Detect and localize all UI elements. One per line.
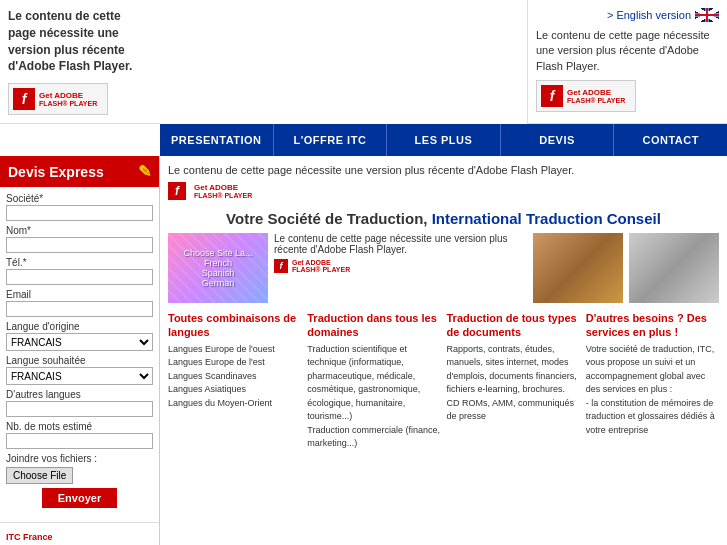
col-langues-text: Langues Europe de l'ouest Langues Europe… <box>168 343 301 411</box>
top-area: Le contenu de cette page nécessite une v… <box>0 0 727 124</box>
flash-text-content: Get ADOBE FLASH® PLAYER <box>194 183 252 199</box>
top-left-text: Le contenu de cette page nécessite une v… <box>8 8 152 75</box>
title-part1: Votre Société de Traduction, <box>226 210 427 227</box>
label-langue-origine: Langue d'origine <box>6 321 153 332</box>
form-row-langue-origine: Langue d'origine FRANCAIS ANGLAIS ESPAGN… <box>6 321 153 351</box>
flash-player-right: FLASH® PLAYER <box>567 97 625 104</box>
select-langue-souhaitee[interactable]: FRANCAIS ANGLAIS ESPAGNOL ALLEMAND <box>6 367 153 385</box>
f-small: f <box>280 261 283 271</box>
navbar: PRESENTATION L'OFFRE ITC LES PLUS DEVIS … <box>160 124 727 156</box>
flash-icon-right: f <box>541 85 563 107</box>
nav-contact[interactable]: CONTACT <box>614 124 727 156</box>
get-adobe-text: Get ADOBE <box>39 91 97 100</box>
flash-notice-text: Le contenu de cette page nécessite une v… <box>168 164 719 176</box>
input-nom[interactable] <box>6 237 153 253</box>
send-button[interactable]: Envoyer <box>42 488 117 508</box>
col-documents: Traduction de tous types de documents Ra… <box>447 311 580 451</box>
sidebar-contact: ITC France International Traduction Cons… <box>0 527 159 545</box>
col-services-text: Votre société de traduction, ITC, vous p… <box>586 343 719 438</box>
col-services-title: D'autres besoins ? Des services en plus … <box>586 311 719 340</box>
label-nom: Nom* <box>6 225 153 236</box>
flash-f-content: f <box>175 184 179 198</box>
nav-devis[interactable]: DEVIS <box>501 124 615 156</box>
label-langue-souhaitee: Langue souhaitée <box>6 355 153 366</box>
flash-small-center[interactable]: f Get ADOBE FLASH® PLAYER <box>274 259 527 273</box>
input-tel[interactable] <box>6 269 153 285</box>
input-nb-mots[interactable] <box>6 433 153 449</box>
col-services: D'autres besoins ? Des services en plus … <box>586 311 719 451</box>
col-langues-title: Toutes combinaisons de langues <box>168 311 301 340</box>
flash-f-right: f <box>550 88 555 104</box>
col-langues: Toutes combinaisons de langues Langues E… <box>168 311 301 451</box>
top-right: > English version Le contenu de cette pa… <box>527 0 727 124</box>
label-nb-mots: Nb. de mots estimé <box>6 421 153 432</box>
sidebar: Devis Express ✎ Société* Nom* Tél.* Emai… <box>0 156 160 545</box>
main-layout: Devis Express ✎ Société* Nom* Tél.* Emai… <box>0 156 727 545</box>
content-title: Votre Société de Traduction, Internation… <box>168 210 719 227</box>
player-content: FLASH® PLAYER <box>194 192 252 199</box>
form-row-file: Joindre vos fichiers : Choose File <box>6 453 153 484</box>
flash-icon-content: f <box>168 182 186 200</box>
uk-flag-icon <box>695 8 719 22</box>
input-societe[interactable] <box>6 205 153 221</box>
get-adobe-content: Get ADOBE <box>194 183 252 192</box>
label-societe: Société* <box>6 193 153 204</box>
english-link[interactable]: > English version <box>607 9 691 21</box>
form-row-societe: Société* <box>6 193 153 221</box>
form-row-nb-mots: Nb. de mots estimé <box>6 421 153 449</box>
col-domaines-text: Traduction scientifique et technique (in… <box>307 343 440 451</box>
form-row-autres-langues: D'autres langues <box>6 389 153 417</box>
choose-file-button[interactable]: Choose File <box>6 467 73 484</box>
content-image-right2 <box>629 233 719 303</box>
top-middle <box>160 0 527 124</box>
col-domaines-title: Traduction dans tous les domaines <box>307 311 440 340</box>
flash-badge-left[interactable]: f Get ADOBE FLASH® PLAYER <box>8 83 108 115</box>
select-langue-origine[interactable]: FRANCAIS ANGLAIS ESPAGNOL ALLEMAND <box>6 333 153 351</box>
sidebar-title-text: Devis Express <box>8 164 104 180</box>
input-autres-langues[interactable] <box>6 401 153 417</box>
content-image-left: Choose Site La...FrenchSpanishGerman <box>168 233 268 303</box>
col-documents-text: Rapports, contrats, études, manuels, sit… <box>447 343 580 424</box>
col-documents-title: Traduction de tous types de documents <box>447 311 580 340</box>
inner-flash-text: Le contenu de cette page nécessite une v… <box>274 233 527 255</box>
form-row-email: Email <box>6 289 153 317</box>
label-file: Joindre vos fichiers : <box>6 453 153 464</box>
col-domaines: Traduction dans tous les domaines Traduc… <box>307 311 440 451</box>
input-email[interactable] <box>6 301 153 317</box>
form-section: Société* Nom* Tél.* Email Langue d'origi… <box>0 187 159 518</box>
contact-itc-france[interactable]: ITC France <box>6 531 153 545</box>
flash-text-left: Get ADOBE FLASH® PLAYER <box>39 91 97 107</box>
nav-presentation[interactable]: PRESENTATION <box>160 124 274 156</box>
top-right-text: Le contenu de cette page nécessite une v… <box>536 28 719 74</box>
label-autres-langues: D'autres langues <box>6 389 153 400</box>
content-area: Le contenu de cette page nécessite une v… <box>160 156 727 545</box>
content-image-right1 <box>533 233 623 303</box>
bottom-columns: Toutes combinaisons de langues Langues E… <box>168 311 719 451</box>
get-adobe-right: Get ADOBE <box>567 88 625 97</box>
nav-offre[interactable]: L'OFFRE ITC <box>274 124 388 156</box>
top-left: Le contenu de cette page nécessite une v… <box>0 0 160 124</box>
flash-player-text: FLASH® PLAYER <box>39 100 97 107</box>
content-grid: Choose Site La...FrenchSpanishGerman Le … <box>168 233 719 303</box>
flash-f-letter: f <box>22 91 27 107</box>
form-row-langue-souhaitee: Langue souhaitée FRANCAIS ANGLAIS ESPAGN… <box>6 355 153 385</box>
form-row-nom: Nom* <box>6 225 153 253</box>
flash-text-right: Get ADOBE FLASH® PLAYER <box>567 88 625 104</box>
player-small: FLASH® PLAYER <box>292 266 350 273</box>
nav-plus[interactable]: LES PLUS <box>387 124 501 156</box>
edit-icon: ✎ <box>138 162 151 181</box>
get-adobe-small: Get ADOBE <box>292 259 350 266</box>
flash-badge-right[interactable]: f Get ADOBE FLASH® PLAYER <box>536 80 636 112</box>
flash-icon-left: f <box>13 88 35 110</box>
flash-small-labels: Get ADOBE FLASH® PLAYER <box>292 259 350 273</box>
flash-notice-box[interactable]: f Get ADOBE FLASH® PLAYER <box>168 182 719 200</box>
sidebar-divider <box>0 522 159 523</box>
title-part2: International Traduction Conseil <box>432 210 661 227</box>
sidebar-title: Devis Express ✎ <box>0 156 159 187</box>
label-email: Email <box>6 289 153 300</box>
label-tel: Tél.* <box>6 257 153 268</box>
content-center-box: Le contenu de cette page nécessite une v… <box>274 233 527 273</box>
flash-icon-small: f <box>274 259 288 273</box>
form-row-tel: Tél.* <box>6 257 153 285</box>
image-left-label: Choose Site La...FrenchSpanishGerman <box>183 248 252 288</box>
